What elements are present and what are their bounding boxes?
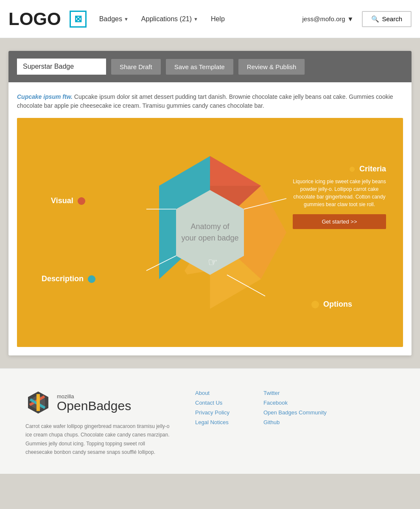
nav-applications[interactable]: Applications (21) ▼	[141, 15, 198, 23]
footer-brand: mozilla OpenBadges Carrot cake wafer lol…	[25, 390, 170, 457]
toolbar: Share Draft Save as Template Review & Pu…	[8, 51, 412, 82]
content-section: Cupcake ipsum ftw. Cupcake ipsum dolor s…	[8, 82, 412, 355]
nav-badges[interactable]: Badges ▼	[99, 15, 129, 23]
badge-diagram-svg	[121, 143, 299, 322]
intro-highlight: Cupcake ipsum ftw.	[17, 93, 73, 100]
label-description: Description	[42, 274, 95, 283]
chevron-down-icon: ▼	[124, 17, 129, 22]
footer-link-twitter[interactable]: Twitter	[263, 390, 327, 396]
options-label-text: Options	[323, 300, 352, 309]
get-started-button[interactable]: Get started >>	[293, 214, 386, 229]
diagram-container: Visual Description Anatomy of your open …	[17, 118, 403, 347]
footer-link-contact[interactable]: Contact Us	[195, 400, 230, 406]
intro-text: Cupcake ipsum ftw. Cupcake ipsum dolor s…	[17, 92, 403, 110]
footer-logo: mozilla OpenBadges	[25, 390, 170, 415]
options-dot	[311, 301, 319, 308]
search-button[interactable]: 🔍 Search	[362, 11, 412, 27]
svg-marker-4	[159, 271, 210, 309]
main-area: Share Draft Save as Template Review & Pu…	[0, 38, 420, 368]
criteria-dot	[348, 165, 356, 173]
criteria-label: Criteria	[293, 165, 386, 173]
description-label-text: Description	[42, 274, 84, 283]
search-icon: 🔍	[371, 15, 379, 23]
footer: mozilla OpenBadges Carrot cake wafer lol…	[0, 368, 420, 474]
svg-marker-1	[210, 156, 261, 186]
footer-openbadges-label: OpenBadges	[57, 400, 131, 412]
footer-link-legal[interactable]: Legal Notices	[195, 419, 230, 425]
footer-col-2: Twitter Facebook Open Badges Community G…	[263, 390, 327, 457]
footer-logo-icon	[25, 390, 51, 415]
footer-link-community[interactable]: Open Badges Community	[263, 409, 327, 416]
footer-description: Carrot cake wafer lollipop gingerbread m…	[25, 422, 170, 457]
chevron-down-icon: ▼	[347, 15, 354, 22]
badge-name-input[interactable]	[17, 59, 106, 75]
footer-link-github[interactable]: Github	[263, 419, 327, 425]
description-dot	[88, 275, 95, 283]
logo-icon: ⊠	[70, 11, 87, 28]
logo: LOGO	[8, 9, 61, 29]
label-options: Options	[311, 300, 352, 309]
footer-links: About Contact Us Privacy Policy Legal No…	[195, 390, 327, 457]
criteria-panel: Criteria Liquorice icing pie sweet cake …	[293, 165, 386, 229]
footer-col-1: About Contact Us Privacy Policy Legal No…	[195, 390, 230, 457]
main-nav: Badges ▼ Applications (21) ▼ Help	[99, 15, 302, 23]
footer-logo-text: mozilla OpenBadges	[57, 393, 131, 412]
header: LOGO ⊠ Badges ▼ Applications (21) ▼ Help…	[0, 0, 420, 38]
footer-link-about[interactable]: About	[195, 390, 230, 396]
label-visual: Visual	[51, 196, 85, 205]
share-draft-button[interactable]: Share Draft	[111, 59, 161, 75]
chevron-down-icon: ▼	[193, 17, 198, 22]
visual-label-text: Visual	[51, 196, 73, 205]
user-menu[interactable]: jess@mofo.org ▼	[302, 15, 354, 22]
intro-body: Cupcake ipsum dolor sit amet dessert pud…	[17, 93, 393, 109]
criteria-title: Criteria	[359, 165, 386, 173]
diagram-svg-wrap: Visual Description Anatomy of your open …	[25, 131, 395, 334]
main-card: Share Draft Save as Template Review & Pu…	[8, 51, 412, 355]
footer-link-privacy[interactable]: Privacy Policy	[195, 409, 230, 416]
criteria-description: Liquorice icing pie sweet cake jelly bea…	[293, 178, 386, 208]
visual-dot	[78, 197, 85, 205]
svg-rect-15	[36, 394, 40, 411]
footer-link-facebook[interactable]: Facebook	[263, 400, 327, 406]
nav-help[interactable]: Help	[211, 15, 225, 23]
review-publish-button[interactable]: Review & Publish	[238, 59, 305, 75]
save-as-template-button[interactable]: Save as Template	[166, 59, 233, 75]
